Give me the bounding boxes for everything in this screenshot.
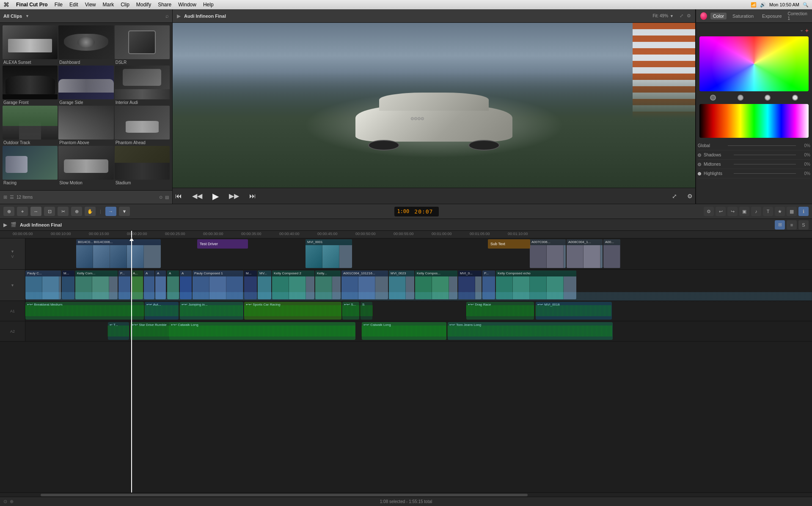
tl-view-btn3[interactable]: S xyxy=(798,220,809,230)
audio-torn-jeans[interactable]: ↩↩ Torn Jeans Long xyxy=(448,322,613,340)
select-dropdown[interactable]: ▼ xyxy=(119,207,130,216)
clip-garage-front[interactable]: Garage Front xyxy=(3,66,58,105)
status-icon-2[interactable]: ⊕ xyxy=(10,499,14,504)
inspector-button[interactable]: ℹ xyxy=(798,207,809,216)
clip-racing[interactable]: Racing xyxy=(3,146,58,185)
global-dot[interactable] xyxy=(710,95,716,101)
clip-a008c004[interactable]: A008C004_1... xyxy=(567,239,603,268)
menu-share[interactable]: Share xyxy=(158,2,171,8)
video-track-main-content[interactable]: Pauly C... M... Kelly Com... P... xyxy=(25,270,812,301)
clip-dslr[interactable]: DSLR xyxy=(115,25,170,65)
undo-button[interactable]: ↩ xyxy=(716,207,726,216)
midtones-slider[interactable] xyxy=(734,164,796,164)
filter-icon[interactable]: ⊙ xyxy=(159,195,162,200)
library-search-icon[interactable]: ⌕ xyxy=(165,13,169,19)
clip-garage-side[interactable]: Garage Side xyxy=(58,66,113,105)
fullscreen-preview-button[interactable]: ⤢ xyxy=(669,192,680,200)
audio-jumping[interactable]: ↩↩ Jumping in... xyxy=(180,302,243,320)
inspector-tab-color[interactable]: Color xyxy=(710,13,727,19)
step-back-button[interactable]: ◀◀ xyxy=(190,191,205,201)
hand-tool[interactable]: ✋ xyxy=(85,207,96,216)
audio-drag-race[interactable]: ↩↩ Drag Race xyxy=(466,302,534,320)
menu-modify[interactable]: Modify xyxy=(136,2,151,8)
clip-interior-audi[interactable]: Interior Audi xyxy=(115,66,170,105)
clip-alexa-sunset[interactable]: ALEXA Sunset xyxy=(3,25,58,65)
audio-mvi0018[interactable]: ↩↩ MVI_0018 xyxy=(536,302,612,320)
trim-tool[interactable]: ↔ xyxy=(30,207,41,216)
tl-play-button[interactable]: ▶ xyxy=(3,222,7,228)
shadows-slider[interactable] xyxy=(734,155,796,155)
clip-dashboard[interactable]: Dashboard xyxy=(58,25,113,65)
menu-clip[interactable]: Clip xyxy=(121,2,129,8)
highlights-slider[interactable] xyxy=(734,173,796,174)
shadows-dot[interactable] xyxy=(738,95,743,101)
fit-dropdown-icon[interactable]: ▼ xyxy=(670,14,674,18)
clip-phantom-ahead[interactable]: Phantom Ahead xyxy=(115,106,170,145)
timeline-body[interactable]: ▼ V B014C0... B014C006... xyxy=(0,238,812,492)
menu-window[interactable]: Window xyxy=(178,2,196,8)
clip-stadium[interactable]: Stadium xyxy=(115,146,170,185)
tl-view-btn1[interactable]: ⊞ xyxy=(775,220,785,230)
settings-preview-button[interactable]: ⚙ xyxy=(685,192,695,200)
clip-outdoor-track[interactable]: Outdoor Track xyxy=(3,106,58,145)
timeline-settings-icon[interactable]: ⚙ xyxy=(704,207,714,216)
tl-view-btn2[interactable]: ≡ xyxy=(787,220,797,230)
list-icon[interactable]: ☰ xyxy=(10,194,14,200)
audio-t[interactable]: ↩ T... xyxy=(108,322,129,340)
color-wheel[interactable] xyxy=(699,36,809,91)
redo-button[interactable]: ↪ xyxy=(727,207,738,216)
status-icon-1[interactable]: ⊙ xyxy=(3,499,7,504)
audio-track-2-content[interactable]: ↩ T... ↩↩ Star Drive Rumble ↩↩ Catwalk L… xyxy=(25,321,812,341)
position-tool[interactable]: ⌖ xyxy=(17,207,28,216)
menu-view[interactable]: View xyxy=(85,2,96,8)
fullscreen-icon[interactable]: ⤢ xyxy=(680,13,683,19)
play-button[interactable]: ▶ xyxy=(210,190,221,202)
clip-slow-motion[interactable]: Slow Motion xyxy=(58,146,113,185)
apple-menu[interactable]: ⌘ xyxy=(3,1,9,8)
title-sub-text[interactable]: Sub Text xyxy=(488,239,530,249)
audio-track-1-content[interactable]: ↩↩ Breakbeat Medium ↩↩ Aut... ↩↩ Jumping… xyxy=(25,301,812,321)
range-tool[interactable]: ⊡ xyxy=(44,207,55,216)
color-gradient-bar[interactable] xyxy=(699,104,809,138)
highlights-dot[interactable] xyxy=(792,95,798,101)
preview-settings-icon[interactable]: ⚙ xyxy=(687,13,691,19)
global-slider[interactable] xyxy=(728,145,796,146)
inspector-tab-exposure[interactable]: Exposure xyxy=(760,13,784,19)
menu-finalcut[interactable]: Final Cut Pro xyxy=(16,2,48,8)
zoom-tool[interactable]: ⊕ xyxy=(71,207,82,216)
go-to-start-button[interactable]: ⏮ xyxy=(173,191,184,201)
clip-a007c006[interactable]: A007C006... xyxy=(530,239,566,268)
title-test-driver[interactable]: Test Driver xyxy=(197,239,248,249)
clip-phantom-above[interactable]: Phantom Above xyxy=(58,106,113,145)
audio-button[interactable]: ♪ xyxy=(751,207,761,216)
audio-catwalk-1[interactable]: ↩↩ Catwalk Long xyxy=(169,322,355,340)
audio-s2[interactable]: S xyxy=(361,302,372,320)
inspector-expand-icon[interactable]: ⌄ xyxy=(800,27,804,34)
go-to-end-button[interactable]: ⏭ xyxy=(247,191,259,201)
generators-button[interactable]: ▦ xyxy=(787,207,797,216)
clip-b014c[interactable]: B014C0... B014C006... xyxy=(76,239,161,268)
blade-tool[interactable]: ✂ xyxy=(58,207,69,216)
menu-edit[interactable]: Edit xyxy=(69,2,78,8)
timeline-scrollbar[interactable] xyxy=(0,492,812,497)
menu-file[interactable]: File xyxy=(55,2,63,8)
effects-button[interactable]: ★ xyxy=(775,207,785,216)
view-icon[interactable]: ⊞ xyxy=(3,194,7,200)
timecode-display[interactable]: 20:07 xyxy=(411,208,436,216)
clips-dropdown-icon[interactable]: ▼ xyxy=(25,14,29,18)
audio-aut[interactable]: ↩↩ Aut... xyxy=(145,302,179,320)
scrollbar-thumb[interactable] xyxy=(41,494,528,496)
clip-mvi0001[interactable]: MVI_0001 xyxy=(306,239,352,268)
clip-a00[interactable]: A00... xyxy=(603,239,620,268)
inspector-tab-saturation[interactable]: Saturation xyxy=(730,13,756,19)
magnetic-tool[interactable]: ⊕ xyxy=(3,207,14,216)
midtones-dot[interactable] xyxy=(765,95,771,101)
spotlight-icon[interactable]: 🔍 xyxy=(803,2,809,8)
select-tool[interactable]: → xyxy=(105,207,116,216)
step-forward-button[interactable]: ▶▶ xyxy=(226,191,242,201)
audio-sports-car[interactable]: ↩↩ Sports Car Racing xyxy=(244,302,341,320)
video-track-top-content[interactable]: B014C0... B014C006... MVI_0001 xyxy=(25,238,812,269)
audio-breakbeat[interactable]: ↩↩ Breakbeat Medium xyxy=(25,302,144,320)
inspector-add-icon[interactable]: + xyxy=(805,27,809,34)
audio-s1[interactable]: ↩↩ S... xyxy=(342,302,359,320)
